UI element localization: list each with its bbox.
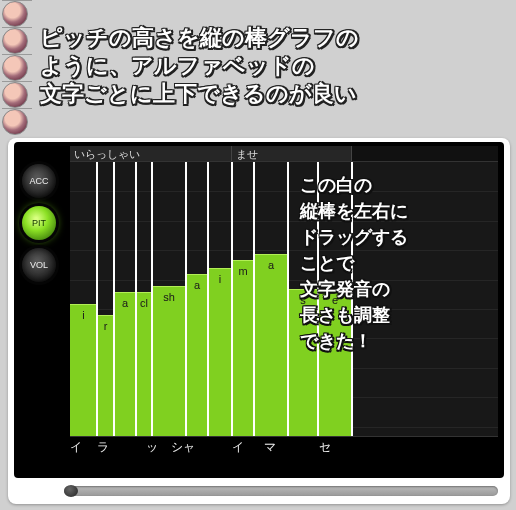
top-annotation-text: ピッチの高さを縦の棒グラフの ように、アルファベッドの 文字ごとに上下できるのが… <box>40 24 506 108</box>
kana-cell[interactable]: セ <box>319 437 364 456</box>
kana-cell[interactable]: イ <box>70 437 97 456</box>
duration-drag-handle[interactable] <box>151 162 153 436</box>
pitch-bar-label: i <box>208 273 232 285</box>
duration-drag-handle[interactable] <box>113 162 115 436</box>
pitch-editor: ACC PIT VOL いらっしゃいませ iraclshaimase イラッシャ… <box>14 142 504 478</box>
acc-button[interactable]: ACC <box>22 164 56 198</box>
pitch-bar[interactable]: i <box>70 304 97 436</box>
duration-drag-handle[interactable] <box>287 162 289 436</box>
duration-drag-handle[interactable] <box>207 162 209 436</box>
duration-drag-handle[interactable] <box>253 162 255 436</box>
pitch-bar-label: r <box>97 320 114 332</box>
pitch-bar-label: cl <box>136 297 152 309</box>
vol-button[interactable]: VOL <box>22 248 56 282</box>
pit-button[interactable]: PIT <box>22 206 56 240</box>
pitch-bar[interactable]: m <box>232 260 254 436</box>
pitch-bar-label: i <box>70 309 97 321</box>
pitch-bar-label: sh <box>152 291 186 303</box>
pitch-bar[interactable]: r <box>97 315 114 436</box>
syllable-row: いらっしゃいませ <box>70 146 498 162</box>
pitch-bar-label: a <box>186 279 208 291</box>
duration-drag-handle[interactable] <box>135 162 137 436</box>
pitch-bar[interactable]: a <box>114 292 136 436</box>
duration-drag-handle[interactable] <box>96 162 98 436</box>
kana-row: イラッシャイマセ <box>70 436 498 456</box>
kana-cell[interactable]: シャ <box>171 437 232 456</box>
kana-cell[interactable]: イ <box>232 437 264 456</box>
pitch-bar[interactable]: a <box>186 274 208 436</box>
pitch-bar[interactable]: cl <box>136 292 152 436</box>
kana-cell[interactable]: ッ <box>146 437 171 456</box>
kana-cell[interactable]: ラ <box>97 437 146 456</box>
avatar <box>2 55 28 81</box>
editor-panel: ACC PIT VOL いらっしゃいませ iraclshaimase イラッシャ… <box>8 138 510 504</box>
syllable-cell[interactable]: いらっしゃい <box>70 146 232 161</box>
avatar <box>2 109 28 135</box>
avatar <box>2 82 28 108</box>
pitch-bar[interactable]: a <box>254 254 288 436</box>
mode-buttons: ACC PIT VOL <box>22 164 62 290</box>
pitch-bar[interactable]: sh <box>152 286 186 436</box>
duration-drag-handle[interactable] <box>185 162 187 436</box>
avatar <box>2 1 28 27</box>
duration-drag-handle[interactable] <box>231 162 233 436</box>
scroll-thumb[interactable] <box>64 485 78 497</box>
horizontal-scrollbar[interactable] <box>64 486 498 496</box>
side-annotation-text: この白の 縦棒を左右に ドラッグする ことで 文字発音の 長さも調整 できた！ <box>300 172 496 354</box>
syllable-cell[interactable]: ませ <box>232 146 352 161</box>
pitch-bar[interactable]: i <box>208 268 232 436</box>
pitch-bar-label: a <box>254 259 288 271</box>
avatar <box>2 28 28 54</box>
pitch-bar-label: a <box>114 297 136 309</box>
avatar-column <box>2 0 32 135</box>
kana-cell[interactable]: マ <box>264 437 319 456</box>
pitch-bar-label: m <box>232 265 254 277</box>
